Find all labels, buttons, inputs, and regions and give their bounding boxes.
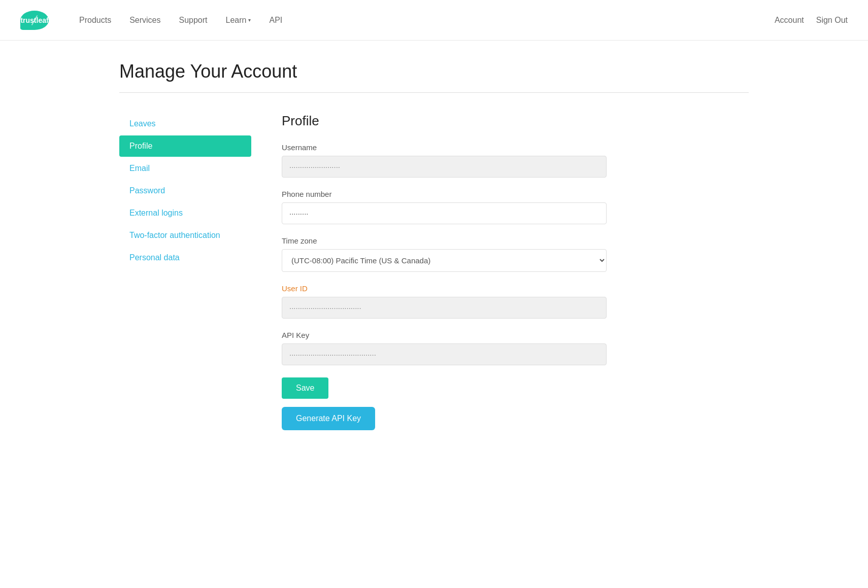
api-key-label: API Key <box>282 331 607 339</box>
username-input[interactable] <box>282 156 607 178</box>
phone-label: Phone number <box>282 190 607 198</box>
phone-group: Phone number <box>282 190 607 224</box>
page-title: Manage Your Account <box>119 61 749 82</box>
sidebar-item-two-factor[interactable]: Two-factor authentication <box>119 225 251 246</box>
nav-learn[interactable]: Learn ▾ <box>226 16 251 25</box>
sidebar-item-email[interactable]: Email <box>119 158 251 179</box>
nav-right: Account Sign Out <box>775 16 848 25</box>
timezone-group: Time zone (UTC-12:00) International Date… <box>282 236 607 272</box>
username-group: Username <box>282 143 607 178</box>
nav-api[interactable]: API <box>269 16 282 25</box>
nav-products[interactable]: Products <box>79 16 111 25</box>
page-container: Manage Your Account Leaves Profile Email… <box>99 41 769 451</box>
nav-account[interactable]: Account <box>775 16 804 25</box>
profile-section: Profile Username Phone number Time zone … <box>282 113 607 430</box>
profile-title: Profile <box>282 113 607 129</box>
sidebar-item-password[interactable]: Password <box>119 180 251 201</box>
generate-api-key-button[interactable]: Generate API Key <box>282 407 375 430</box>
logo-text: trustleaf <box>20 16 48 24</box>
timezone-select[interactable]: (UTC-12:00) International Date Line West… <box>282 249 607 272</box>
user-id-label: User ID <box>282 284 607 293</box>
sidebar-item-personal-data[interactable]: Personal data <box>119 247 251 268</box>
logo-icon: trustleaf <box>20 11 49 30</box>
learn-dropdown-icon: ▾ <box>248 17 251 23</box>
sidebar-item-leaves[interactable]: Leaves <box>119 113 251 134</box>
username-label: Username <box>282 143 607 152</box>
user-id-group: User ID <box>282 284 607 319</box>
sidebar-item-profile[interactable]: Profile <box>119 135 251 157</box>
content-layout: Leaves Profile Email Password External l… <box>119 113 749 430</box>
phone-input[interactable] <box>282 202 607 224</box>
nav-signout[interactable]: Sign Out <box>816 16 848 25</box>
save-button[interactable]: Save <box>282 377 328 399</box>
timezone-label: Time zone <box>282 236 607 245</box>
api-key-input <box>282 343 607 365</box>
sidebar-item-external-logins[interactable]: External logins <box>119 202 251 224</box>
navbar: trustleaf Products Services Support Lear… <box>0 0 868 41</box>
logo[interactable]: trustleaf <box>20 11 49 30</box>
user-id-input <box>282 297 607 319</box>
nav-services[interactable]: Services <box>129 16 160 25</box>
nav-links: Products Services Support Learn ▾ API <box>79 16 775 25</box>
api-key-group: API Key <box>282 331 607 365</box>
sidebar: Leaves Profile Email Password External l… <box>119 113 251 430</box>
page-divider <box>119 92 749 93</box>
nav-support[interactable]: Support <box>179 16 208 25</box>
